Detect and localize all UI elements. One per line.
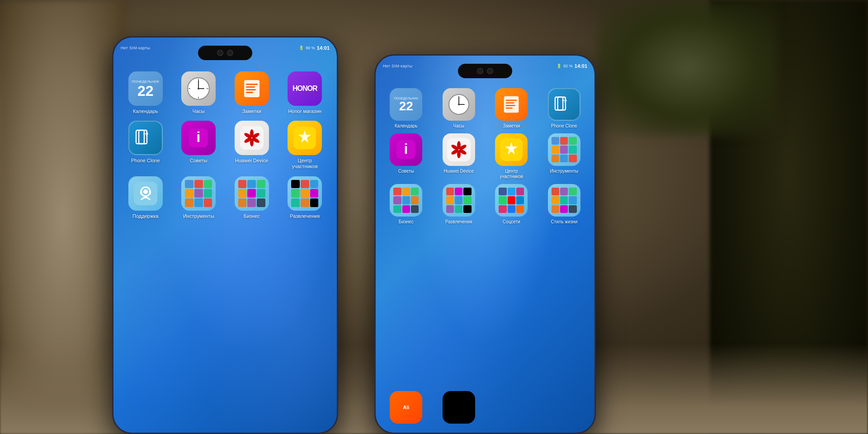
app-support-left[interactable]: Поддержка xyxy=(121,176,170,219)
app-business-left[interactable]: Бизнес xyxy=(227,176,277,219)
app-label-calendar-right: Календарь xyxy=(395,123,417,129)
app-label-lifestyle-right: Стиль жизни xyxy=(551,219,577,225)
huawei-svg-left xyxy=(240,126,264,150)
app-center-left[interactable]: Центр участников xyxy=(280,121,330,170)
app-calendar-left[interactable]: Понедельник 22 Календарь xyxy=(121,71,170,114)
notes-svg-right xyxy=(500,94,522,115)
clock-svg-right xyxy=(447,93,471,116)
tips-svg-right: i xyxy=(395,138,417,161)
app-label-huawei-right: Huawei Device xyxy=(443,169,474,174)
app-grid-right: Понедельник 22 Календарь xyxy=(381,88,589,225)
app-center-right[interactable]: Центр участников xyxy=(486,133,537,179)
app-clock-left[interactable]: Часы xyxy=(174,71,224,114)
clock-svg-left xyxy=(186,76,211,101)
phone-left-screen: Нет SIM-карты 🔋 90 % 14:01 Понедельник 2… xyxy=(113,38,337,433)
app-label-business-left: Бизнес xyxy=(244,213,260,219)
status-right-right: 🔋 82 % 14:01 xyxy=(557,63,587,69)
app-calendar-right[interactable]: Понедельник 22 Календарь xyxy=(381,88,431,129)
camera-right-1 xyxy=(477,68,483,74)
phoneclone-svg-left xyxy=(134,127,157,149)
app-label-tips-right: Советы xyxy=(398,169,414,174)
battery-icon-left: 🔋 xyxy=(299,46,304,50)
app-entertainment-right[interactable]: Развлечения xyxy=(434,184,484,225)
app-phoneclone-right[interactable]: Phone Clone xyxy=(539,88,590,129)
app-label-instruments-right: Инструменты xyxy=(550,169,578,174)
app-notes-left[interactable]: Заметки xyxy=(227,71,277,114)
app-label-tips-left: Советы xyxy=(190,158,207,164)
svg-point-28 xyxy=(143,189,148,194)
calendar-date-left: 22 xyxy=(137,84,154,98)
app-label-huawei-left: Huawei Device xyxy=(235,158,268,164)
app-label-notes-left: Заметки xyxy=(242,108,261,114)
bottom-row-right: Ali xyxy=(381,391,589,424)
battery-pct-left: 90 % xyxy=(306,46,315,50)
svg-rect-30 xyxy=(149,191,151,194)
app-label-social-right: Соцсети xyxy=(503,219,520,225)
svg-rect-8 xyxy=(244,80,259,97)
tips-svg-left: i xyxy=(187,127,210,149)
app-instruments-right[interactable]: Инструменты xyxy=(539,133,590,179)
svg-rect-9 xyxy=(246,84,258,85)
svg-rect-12 xyxy=(246,92,253,93)
app-label-center-left: Центр участников xyxy=(287,158,323,170)
app-entertainment-left[interactable]: Развлечения xyxy=(280,176,330,219)
app-clock-right[interactable]: Часы xyxy=(434,88,484,129)
time-left: 14:01 xyxy=(317,45,330,51)
app-aliexpress-right[interactable]: Ali xyxy=(381,391,431,424)
svg-rect-29 xyxy=(140,191,142,194)
power-button-left-phone xyxy=(337,128,338,155)
app-label-tools-left: Инструменты xyxy=(183,213,214,219)
app-label-honor-left: Honor магазин xyxy=(288,108,321,114)
app-label-center-right: Центр участников xyxy=(493,169,529,179)
time-right: 14:01 xyxy=(575,63,587,69)
app-huawei-left[interactable]: Huawei Device xyxy=(227,121,277,170)
app-business-right[interactable]: Бизнес xyxy=(381,184,431,225)
bg-top-right xyxy=(597,0,778,136)
app-black-right[interactable] xyxy=(434,391,484,424)
app-label-calendar-left: Календарь xyxy=(133,108,158,114)
svg-rect-14 xyxy=(139,130,147,144)
svg-rect-40 xyxy=(555,97,563,110)
svg-rect-37 xyxy=(506,102,514,104)
app-label-entertainment-right: Развлечения xyxy=(445,219,472,225)
app-label-support-left: Поддержка xyxy=(132,213,158,219)
app-label-entertainment-left: Развлечения xyxy=(290,213,320,219)
center-svg-right xyxy=(500,138,523,161)
camera-hole-right xyxy=(458,64,512,78)
scene: Нет SIM-карты 🔋 90 % 14:01 Понедельник 2… xyxy=(0,0,868,434)
app-tools-left[interactable]: Инструменты xyxy=(174,176,224,219)
app-phoneclone-left[interactable]: Phone Clone xyxy=(121,121,170,170)
app-label-clock-right: Часы xyxy=(453,123,464,129)
support-svg-left xyxy=(134,182,157,205)
phone-left: Нет SIM-карты 🔋 90 % 14:01 Понедельник 2… xyxy=(112,36,338,434)
svg-rect-39 xyxy=(506,108,513,109)
app-tips-left[interactable]: i Советы xyxy=(174,121,224,170)
app-tips-right[interactable]: i Советы xyxy=(381,133,431,179)
svg-text:i: i xyxy=(197,129,201,145)
svg-rect-36 xyxy=(506,99,517,101)
calendar-date-right: 22 xyxy=(399,100,413,113)
app-label-phoneclone-left: Phone Clone xyxy=(131,158,160,164)
app-label-clock-left: Часы xyxy=(193,108,205,114)
svg-rect-13 xyxy=(136,130,144,144)
svg-rect-41 xyxy=(557,97,565,110)
camera-right-2 xyxy=(487,68,493,74)
sim-status-left: Нет SIM-карты xyxy=(121,46,150,50)
app-lifestyle-right[interactable]: Стиль жизни xyxy=(539,184,590,225)
svg-rect-10 xyxy=(246,86,255,88)
app-honor-left[interactable]: HONOR Honor магазин xyxy=(280,71,330,114)
svg-rect-38 xyxy=(506,105,515,106)
app-social-right[interactable]: Соцсети xyxy=(486,184,537,225)
phone-right-screen: Нет SIM-карты 🔋 82 % 14:01 Понедельник 2… xyxy=(376,56,594,433)
camera-left-1 xyxy=(217,50,223,56)
app-notes-right[interactable]: Заметки xyxy=(486,88,537,129)
phone-right: Нет SIM-карты 🔋 82 % 14:01 Понедельник 2… xyxy=(374,54,596,434)
center-svg-left xyxy=(293,127,316,149)
notes-svg-left xyxy=(241,77,263,100)
svg-rect-11 xyxy=(246,89,256,90)
svg-rect-35 xyxy=(504,96,519,113)
app-grid-left: Понедельник 22 Календарь xyxy=(121,71,330,219)
app-label-notes-right: Заметки xyxy=(503,123,520,129)
power-button-right-phone xyxy=(594,146,596,173)
app-huawei-right[interactable]: Huawei Device xyxy=(434,133,484,179)
